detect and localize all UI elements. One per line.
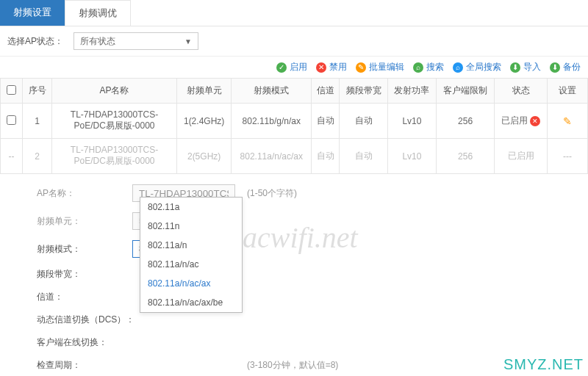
x-circle-icon[interactable]: ✕ (530, 116, 540, 126)
import-button[interactable]: ⬇导入 (510, 61, 541, 73)
pencil-icon: ✎ (356, 62, 366, 73)
tab-rf-settings[interactable]: 射频设置 (0, 0, 65, 26)
mode-option[interactable]: 802.11a/n/ac/ax/be (140, 293, 242, 312)
col-name: AP名称 (52, 79, 177, 104)
search-button[interactable]: ⌕搜索 (413, 61, 444, 73)
detail-form: AP名称：(1-50个字符) 射频单元：5GHz▼ 射频模式：802.11a/n… (0, 174, 588, 376)
ap-table: 序号 AP名称 射频单元 射频模式 信道 频段带宽 发射功率 客户端限制 状态 … (0, 78, 588, 174)
col-seq: 序号 (23, 79, 52, 104)
row-checkbox[interactable] (7, 115, 16, 125)
mode-option[interactable]: 802.11a/n (140, 236, 242, 255)
mode-option[interactable]: 802.11a/n/ac (140, 255, 242, 274)
check-icon: ✓ (276, 62, 287, 73)
brand-label: SMYZ.NET (503, 356, 584, 373)
status-badge: 已启用✕ (501, 115, 540, 127)
col-setting: 设置 (548, 79, 588, 104)
x-icon: ✕ (316, 62, 326, 73)
bw-label: 频段带宽： (37, 268, 132, 281)
apname-hint: (1-50个字符) (247, 187, 297, 200)
global-search-button[interactable]: ⌕全局搜索 (453, 61, 501, 73)
select-all-checkbox[interactable] (7, 85, 16, 95)
ap-status-value: 所有状态 (80, 35, 115, 48)
ap-status-select[interactable]: 所有状态 ▼ (74, 32, 198, 50)
mode-option[interactable]: 802.11n (140, 217, 242, 236)
table-row: 1 TL-7HDAP13000TCS-PoE/DC易展版-0000 1(2.4G… (1, 104, 588, 139)
mode-option[interactable]: 802.11a (140, 198, 242, 217)
chevron-down-icon: ▼ (184, 37, 192, 46)
disable-button[interactable]: ✕禁用 (316, 61, 347, 73)
col-power: 发射功率 (388, 79, 437, 104)
col-bw: 频段带宽 (340, 79, 388, 104)
batch-edit-button[interactable]: ✎批量编辑 (356, 61, 404, 73)
backup-button[interactable]: ⬇备份 (550, 61, 581, 73)
download-icon: ⬇ (510, 62, 520, 73)
col-status: 状态 (495, 79, 548, 104)
mode-option-selected[interactable]: 802.11a/n/ac/ax (140, 274, 242, 293)
apname-label: AP名称： (37, 187, 132, 200)
edit-icon[interactable]: ✎ (563, 115, 572, 127)
channel-label: 信道： (37, 291, 132, 303)
clientsw-label: 客户端在线切换： (37, 336, 132, 349)
search-icon: ⌕ (453, 62, 463, 73)
col-channel: 信道 (312, 79, 340, 104)
col-client: 客户端限制 (436, 79, 495, 104)
check-hint: (3-180分钟，默认值=8) (247, 359, 338, 372)
filter-label: 选择AP状态： (7, 35, 63, 48)
download-icon: ⬇ (550, 62, 560, 73)
dcs-label: 动态信道切换（DCS）： (37, 314, 154, 326)
search-icon: ⌕ (413, 62, 423, 73)
mode-dropdown[interactable]: 802.11a 802.11n 802.11a/n 802.11a/n/ac 8… (140, 197, 243, 313)
mode-label: 射频模式： (37, 243, 132, 256)
col-mode: 射频模式 (232, 79, 312, 104)
check-label: 检查周期： (37, 359, 132, 372)
enable-button[interactable]: ✓启用 (276, 61, 307, 73)
table-row: -- 2 TL-7HDAP13000TCS-PoE/DC易展版-0000 2(5… (1, 139, 588, 174)
unit-label: 射频单元： (37, 215, 132, 228)
tab-rf-tuning[interactable]: 射频调优 (65, 0, 131, 26)
col-unit: 射频单元 (177, 79, 232, 104)
